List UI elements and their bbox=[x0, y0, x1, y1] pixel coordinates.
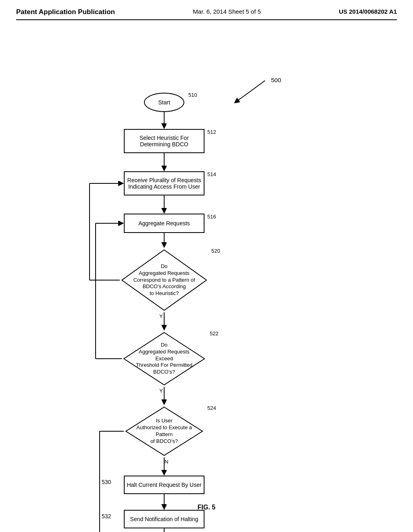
node-516: Aggregate Requests bbox=[124, 214, 204, 233]
publication-label: Patent Application Publication bbox=[16, 8, 115, 16]
svg-line-4 bbox=[235, 81, 265, 103]
page-header: Patent Application Publication Mar. 6, 2… bbox=[16, 8, 397, 20]
start-node: Start bbox=[144, 93, 184, 112]
ref-514: 514 bbox=[207, 171, 216, 177]
ref-516: 516 bbox=[207, 214, 216, 220]
label-y2: Y bbox=[159, 388, 163, 394]
ref-512: 512 bbox=[207, 129, 216, 135]
node-514: Receive Plurality of Requests Indicating… bbox=[124, 171, 204, 195]
node-512: Select Heuristic For Determining BDCO bbox=[124, 129, 204, 153]
ref-500: 500 bbox=[271, 77, 281, 83]
ref-524: 524 bbox=[207, 405, 216, 411]
label-y1: Y bbox=[159, 313, 163, 319]
node-532: Send Notification of Halting bbox=[124, 510, 204, 528]
ref-530: 530 bbox=[102, 479, 111, 485]
flowchart-diagram: 500 Start 510 Select Heuristic For Deter… bbox=[65, 32, 348, 496]
patent-number: US 2014/0068202 A1 bbox=[339, 8, 397, 15]
node-520: Do Aggregated Requests Correspond to a P… bbox=[120, 248, 209, 312]
sheet-info: Mar. 6, 2014 Sheet 5 of 5 bbox=[193, 8, 261, 15]
ref-510: 510 bbox=[188, 92, 197, 98]
node-522: Do Aggregated Requests Exceed Threshold … bbox=[122, 330, 206, 387]
page: Patent Application Publication Mar. 6, 2… bbox=[0, 0, 413, 532]
node-524: Is User Authorized to Execute a Pattern … bbox=[124, 405, 204, 457]
ref-522: 522 bbox=[210, 330, 219, 337]
figure-label: FIG. 5 bbox=[16, 504, 397, 511]
ref-532: 532 bbox=[102, 513, 111, 520]
label-n1: N bbox=[165, 459, 168, 465]
node-530: Halt Current Request By User bbox=[124, 476, 204, 494]
ref-520: 520 bbox=[211, 248, 220, 254]
